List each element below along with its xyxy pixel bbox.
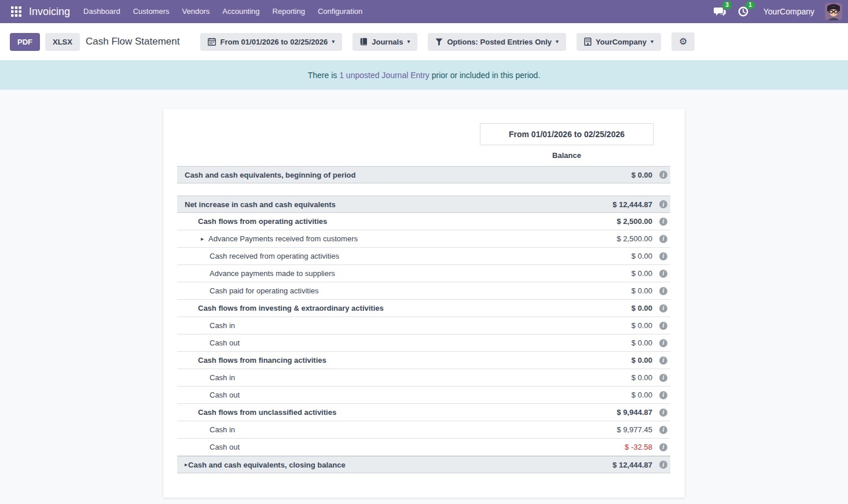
info-icon[interactable]: i: [659, 426, 667, 434]
table-row[interactable]: Cash out $ 0.00 i: [177, 334, 670, 352]
row-value: $ 12,444.87: [612, 200, 652, 209]
row-value: $ 0.00: [632, 321, 652, 330]
table-spacer: [177, 183, 670, 196]
row-value: $ 0.00: [632, 269, 652, 278]
row-label: Cash received from operating activities: [210, 252, 339, 260]
row-label: Cash in: [210, 373, 235, 382]
pdf-button[interactable]: PDF: [10, 33, 40, 51]
row-label: Cash flows from financing activities: [198, 356, 326, 365]
apps-menu-button[interactable]: [7, 0, 25, 23]
main-menu: Dashboard Customers Vendors Accounting R…: [77, 0, 369, 23]
row-value: $ -32.58: [625, 443, 652, 451]
info-icon[interactable]: i: [659, 287, 667, 295]
row-label: Net increase in cash and cash equivalent…: [185, 200, 336, 209]
journals-filter[interactable]: Journals ▾: [353, 33, 417, 51]
messages-button[interactable]: 3: [713, 4, 728, 19]
chevron-down-icon: ▾: [332, 39, 335, 45]
date-range-filter[interactable]: From 01/01/2026 to 02/25/2026 ▾: [200, 33, 342, 51]
report-table: Cash and cash equivalents, beginning of …: [177, 166, 670, 473]
menu-accounting[interactable]: Accounting: [216, 0, 266, 23]
user-company-name[interactable]: YourCompany: [763, 7, 814, 16]
banner-prefix: There is: [308, 71, 339, 80]
gears-icon: ⚙: [679, 37, 687, 46]
filter-funnel-icon: [435, 38, 443, 46]
row-value: $ 0.00: [632, 286, 652, 295]
apps-grid-icon: [11, 6, 21, 17]
table-row[interactable]: Cash and cash equivalents, beginning of …: [177, 166, 670, 183]
navbar-systray: 3 1 YourCompany: [713, 3, 842, 20]
row-value: $ 0.00: [632, 252, 652, 260]
menu-dashboard[interactable]: Dashboard: [77, 0, 127, 23]
info-icon[interactable]: i: [659, 356, 667, 365]
info-icon[interactable]: i: [659, 200, 667, 208]
info-icon[interactable]: i: [659, 252, 667, 260]
table-row[interactable]: ▸ Cash and cash equivalents, closing bal…: [177, 456, 670, 473]
info-icon[interactable]: i: [659, 374, 667, 382]
info-icon[interactable]: i: [659, 461, 667, 469]
row-value: $ 2,500.00: [617, 234, 652, 243]
user-avatar[interactable]: [825, 3, 842, 20]
extra-options-button[interactable]: ⚙: [671, 32, 695, 51]
info-icon[interactable]: i: [659, 391, 667, 399]
info-icon[interactable]: i: [659, 270, 667, 278]
table-row[interactable]: Advance payments made to suppliers $ 0.0…: [177, 265, 670, 282]
company-filter-label: YourCompany: [596, 38, 647, 46]
balance-column-header: Balance: [480, 145, 654, 166]
messages-count-badge: 3: [722, 1, 732, 9]
menu-vendors[interactable]: Vendors: [176, 0, 216, 23]
table-row[interactable]: Cash received from operating activities …: [177, 248, 670, 265]
table-row[interactable]: Cash in $ 9,977.45 i: [177, 421, 670, 439]
book-icon: [360, 38, 368, 46]
table-row[interactable]: Cash flows from operating activities $ 2…: [177, 213, 670, 230]
journals-label: Journals: [372, 38, 403, 46]
activities-count-badge: 1: [746, 1, 755, 9]
info-icon[interactable]: i: [659, 443, 667, 451]
row-label: Cash flows from unclassified activities: [198, 408, 336, 417]
date-range-label: From 01/01/2026 to 02/25/2026: [220, 38, 328, 46]
info-icon[interactable]: i: [659, 218, 667, 226]
info-icon[interactable]: i: [659, 304, 667, 312]
table-row[interactable]: Cash in $ 0.00 i: [177, 317, 670, 334]
top-navbar: Invoicing Dashboard Customers Vendors Ac…: [0, 0, 848, 23]
info-icon[interactable]: i: [659, 171, 667, 179]
row-value: $ 0.00: [632, 304, 652, 312]
activities-button[interactable]: 1: [736, 4, 751, 19]
table-row[interactable]: Cash flows from investing & extraordinar…: [177, 300, 670, 317]
row-value: $ 0.00: [632, 171, 652, 179]
row-value: $ 0.00: [632, 373, 652, 382]
table-row[interactable]: Cash out $ -32.58 i: [177, 439, 670, 456]
row-label: Cash flows from operating activities: [198, 217, 327, 226]
info-icon[interactable]: i: [659, 409, 667, 417]
row-label: Cash out: [210, 339, 240, 347]
info-icon[interactable]: i: [659, 235, 667, 243]
table-row[interactable]: Cash flows from unclassified activities …: [177, 404, 670, 421]
banner-text: There is 1 unposted Journal Entry prior …: [308, 71, 541, 80]
control-panel: PDF XLSX Cash Flow Statement From 01/01/…: [0, 23, 848, 60]
info-icon[interactable]: i: [659, 339, 667, 347]
report-card: From 01/01/2026 to 02/25/2026 Balance Ca…: [163, 109, 685, 498]
table-row[interactable]: ▸ Advance Payments received from custome…: [177, 230, 670, 248]
row-value: $ 9,944.87: [617, 408, 652, 417]
options-label: Options: Posted Entries Only: [447, 38, 552, 46]
info-icon[interactable]: i: [659, 322, 667, 330]
row-label: Cash out: [210, 443, 240, 451]
table-row[interactable]: Net increase in cash and cash equivalent…: [177, 196, 670, 213]
filter-bar: From 01/01/2026 to 02/25/2026 ▾ Journals…: [200, 32, 695, 51]
caret-right-icon[interactable]: ▸: [185, 462, 188, 468]
period-column-header: From 01/01/2026 to 02/25/2026: [480, 123, 654, 145]
menu-configuration[interactable]: Configuration: [311, 0, 369, 23]
table-row[interactable]: Cash paid for operating activities $ 0.0…: [177, 282, 670, 300]
menu-reporting[interactable]: Reporting: [266, 0, 311, 23]
caret-right-icon[interactable]: ▸: [201, 236, 204, 242]
xlsx-button[interactable]: XLSX: [45, 33, 80, 51]
company-filter[interactable]: YourCompany ▾: [577, 33, 661, 51]
row-value: $ 0.00: [632, 391, 652, 399]
unposted-journal-entry-link[interactable]: 1 unposted Journal Entry: [339, 71, 429, 80]
table-row[interactable]: Cash in $ 0.00 i: [177, 369, 670, 387]
table-row[interactable]: Cash flows from financing activities $ 0…: [177, 352, 670, 369]
menu-customers[interactable]: Customers: [127, 0, 176, 23]
chevron-down-icon: ▾: [556, 39, 559, 45]
table-row[interactable]: Cash out $ 0.00 i: [177, 387, 670, 404]
app-brand[interactable]: Invoicing: [25, 6, 77, 18]
options-filter[interactable]: Options: Posted Entries Only ▾: [428, 33, 566, 51]
